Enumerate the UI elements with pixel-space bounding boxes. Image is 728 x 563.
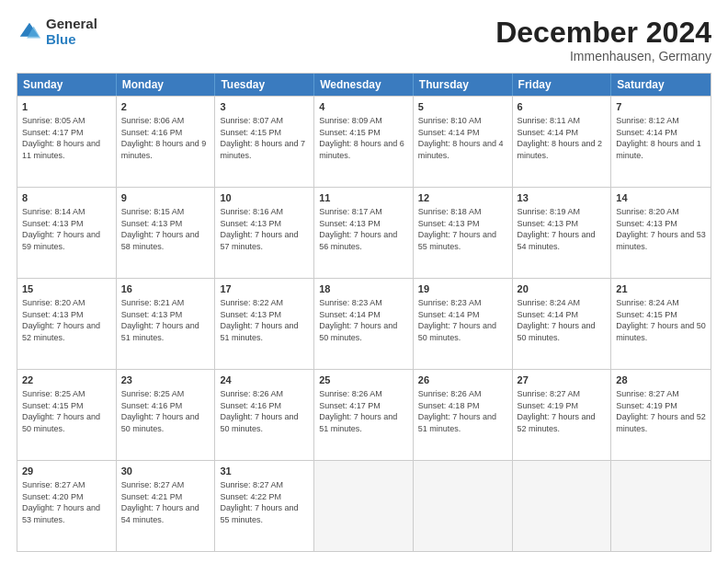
day-info: Sunrise: 8:26 AM Sunset: 4:18 PM Dayligh… bbox=[418, 388, 507, 434]
day-info: Sunrise: 8:25 AM Sunset: 4:15 PM Dayligh… bbox=[22, 388, 111, 434]
day-info: Sunrise: 8:23 AM Sunset: 4:14 PM Dayligh… bbox=[418, 297, 507, 343]
day-info: Sunrise: 8:27 AM Sunset: 4:19 PM Dayligh… bbox=[518, 388, 607, 434]
day-info: Sunrise: 8:05 AM Sunset: 4:17 PM Dayligh… bbox=[22, 115, 111, 161]
day-cell-empty-4-6 bbox=[611, 461, 711, 551]
calendar-body: 1Sunrise: 8:05 AM Sunset: 4:17 PM Daylig… bbox=[17, 96, 711, 551]
day-cell-empty-4-5 bbox=[513, 461, 612, 551]
day-cell-21: 21Sunrise: 8:24 AM Sunset: 4:15 PM Dayli… bbox=[611, 279, 711, 369]
month-title: December 2024 bbox=[495, 17, 711, 49]
logo-icon bbox=[17, 19, 42, 45]
day-number: 17 bbox=[220, 282, 309, 296]
day-info: Sunrise: 8:17 AM Sunset: 4:13 PM Dayligh… bbox=[319, 206, 408, 252]
calendar-header: SundayMondayTuesdayWednesdayThursdayFrid… bbox=[17, 74, 711, 96]
day-number: 13 bbox=[518, 191, 607, 205]
day-info: Sunrise: 8:24 AM Sunset: 4:14 PM Dayligh… bbox=[518, 297, 607, 343]
day-cell-1: 1Sunrise: 8:05 AM Sunset: 4:17 PM Daylig… bbox=[17, 97, 117, 187]
day-cell-2: 2Sunrise: 8:06 AM Sunset: 4:16 PM Daylig… bbox=[117, 97, 216, 187]
day-info: Sunrise: 8:15 AM Sunset: 4:13 PM Dayligh… bbox=[121, 206, 210, 252]
day-cell-3: 3Sunrise: 8:07 AM Sunset: 4:15 PM Daylig… bbox=[215, 97, 314, 187]
day-cell-10: 10Sunrise: 8:16 AM Sunset: 4:13 PM Dayli… bbox=[215, 188, 314, 278]
day-info: Sunrise: 8:06 AM Sunset: 4:16 PM Dayligh… bbox=[121, 115, 210, 161]
day-cell-13: 13Sunrise: 8:19 AM Sunset: 4:13 PM Dayli… bbox=[513, 188, 612, 278]
day-cell-8: 8Sunrise: 8:14 AM Sunset: 4:13 PM Daylig… bbox=[17, 188, 117, 278]
day-cell-26: 26Sunrise: 8:26 AM Sunset: 4:18 PM Dayli… bbox=[414, 370, 513, 460]
day-number: 9 bbox=[121, 191, 210, 205]
day-cell-28: 28Sunrise: 8:27 AM Sunset: 4:19 PM Dayli… bbox=[611, 370, 711, 460]
day-cell-14: 14Sunrise: 8:20 AM Sunset: 4:13 PM Dayli… bbox=[611, 188, 711, 278]
day-cell-empty-4-3 bbox=[314, 461, 414, 551]
day-number: 30 bbox=[121, 465, 210, 478]
day-info: Sunrise: 8:25 AM Sunset: 4:16 PM Dayligh… bbox=[121, 388, 210, 434]
day-number: 28 bbox=[616, 373, 706, 387]
day-info: Sunrise: 8:20 AM Sunset: 4:13 PM Dayligh… bbox=[22, 297, 111, 343]
calendar-row-2: 8Sunrise: 8:14 AM Sunset: 4:13 PM Daylig… bbox=[17, 187, 711, 278]
col-header-saturday: Saturday bbox=[611, 74, 711, 96]
day-number: 29 bbox=[22, 465, 111, 478]
day-cell-6: 6Sunrise: 8:11 AM Sunset: 4:14 PM Daylig… bbox=[513, 97, 612, 187]
logo-blue: Blue bbox=[46, 32, 97, 48]
day-info: Sunrise: 8:27 AM Sunset: 4:22 PM Dayligh… bbox=[220, 479, 309, 525]
day-number: 3 bbox=[220, 100, 309, 114]
day-info: Sunrise: 8:07 AM Sunset: 4:15 PM Dayligh… bbox=[220, 115, 309, 161]
day-number: 6 bbox=[518, 100, 607, 114]
day-cell-22: 22Sunrise: 8:25 AM Sunset: 4:15 PM Dayli… bbox=[17, 370, 117, 460]
day-cell-19: 19Sunrise: 8:23 AM Sunset: 4:14 PM Dayli… bbox=[414, 279, 513, 369]
day-cell-11: 11Sunrise: 8:17 AM Sunset: 4:13 PM Dayli… bbox=[314, 188, 414, 278]
day-number: 12 bbox=[418, 191, 507, 205]
day-cell-30: 30Sunrise: 8:27 AM Sunset: 4:21 PM Dayli… bbox=[117, 461, 216, 551]
day-number: 7 bbox=[616, 100, 706, 114]
day-info: Sunrise: 8:23 AM Sunset: 4:14 PM Dayligh… bbox=[319, 297, 408, 343]
day-info: Sunrise: 8:19 AM Sunset: 4:13 PM Dayligh… bbox=[518, 206, 607, 252]
day-info: Sunrise: 8:26 AM Sunset: 4:16 PM Dayligh… bbox=[220, 388, 309, 434]
day-cell-24: 24Sunrise: 8:26 AM Sunset: 4:16 PM Dayli… bbox=[215, 370, 314, 460]
day-cell-29: 29Sunrise: 8:27 AM Sunset: 4:20 PM Dayli… bbox=[17, 461, 117, 551]
col-header-monday: Monday bbox=[117, 74, 216, 96]
day-number: 11 bbox=[319, 191, 408, 205]
day-info: Sunrise: 8:22 AM Sunset: 4:13 PM Dayligh… bbox=[220, 297, 309, 343]
day-cell-15: 15Sunrise: 8:20 AM Sunset: 4:13 PM Dayli… bbox=[17, 279, 117, 369]
day-info: Sunrise: 8:21 AM Sunset: 4:13 PM Dayligh… bbox=[121, 297, 210, 343]
calendar-row-3: 15Sunrise: 8:20 AM Sunset: 4:13 PM Dayli… bbox=[17, 278, 711, 369]
day-cell-16: 16Sunrise: 8:21 AM Sunset: 4:13 PM Dayli… bbox=[117, 279, 216, 369]
day-cell-23: 23Sunrise: 8:25 AM Sunset: 4:16 PM Dayli… bbox=[117, 370, 216, 460]
day-cell-9: 9Sunrise: 8:15 AM Sunset: 4:13 PM Daylig… bbox=[117, 188, 216, 278]
col-header-wednesday: Wednesday bbox=[314, 74, 414, 96]
day-info: Sunrise: 8:18 AM Sunset: 4:13 PM Dayligh… bbox=[418, 206, 507, 252]
day-number: 2 bbox=[121, 100, 210, 114]
col-header-sunday: Sunday bbox=[17, 74, 117, 96]
calendar-row-1: 1Sunrise: 8:05 AM Sunset: 4:17 PM Daylig… bbox=[17, 96, 711, 187]
calendar-row-5: 29Sunrise: 8:27 AM Sunset: 4:20 PM Dayli… bbox=[17, 460, 711, 551]
day-number: 31 bbox=[220, 465, 309, 478]
day-number: 24 bbox=[220, 373, 309, 387]
day-info: Sunrise: 8:27 AM Sunset: 4:19 PM Dayligh… bbox=[616, 388, 706, 434]
day-info: Sunrise: 8:20 AM Sunset: 4:13 PM Dayligh… bbox=[616, 206, 706, 252]
day-number: 25 bbox=[319, 373, 408, 387]
day-info: Sunrise: 8:26 AM Sunset: 4:17 PM Dayligh… bbox=[319, 388, 408, 434]
day-cell-4: 4Sunrise: 8:09 AM Sunset: 4:15 PM Daylig… bbox=[314, 97, 414, 187]
day-cell-18: 18Sunrise: 8:23 AM Sunset: 4:14 PM Dayli… bbox=[314, 279, 414, 369]
day-number: 8 bbox=[22, 191, 111, 205]
day-number: 26 bbox=[418, 373, 507, 387]
day-info: Sunrise: 8:27 AM Sunset: 4:20 PM Dayligh… bbox=[22, 479, 111, 525]
day-cell-25: 25Sunrise: 8:26 AM Sunset: 4:17 PM Dayli… bbox=[314, 370, 414, 460]
day-cell-12: 12Sunrise: 8:18 AM Sunset: 4:13 PM Dayli… bbox=[414, 188, 513, 278]
col-header-friday: Friday bbox=[513, 74, 612, 96]
day-info: Sunrise: 8:16 AM Sunset: 4:13 PM Dayligh… bbox=[220, 206, 309, 252]
day-info: Sunrise: 8:11 AM Sunset: 4:14 PM Dayligh… bbox=[518, 115, 607, 161]
day-cell-7: 7Sunrise: 8:12 AM Sunset: 4:14 PM Daylig… bbox=[611, 97, 711, 187]
day-info: Sunrise: 8:12 AM Sunset: 4:14 PM Dayligh… bbox=[616, 115, 706, 161]
day-number: 18 bbox=[319, 282, 408, 296]
day-number: 5 bbox=[418, 100, 507, 114]
day-number: 27 bbox=[518, 373, 607, 387]
page: General Blue December 2024 Immenhausen, … bbox=[0, 0, 728, 563]
logo-text: General Blue bbox=[46, 17, 97, 47]
day-cell-31: 31Sunrise: 8:27 AM Sunset: 4:22 PM Dayli… bbox=[215, 461, 314, 551]
day-cell-17: 17Sunrise: 8:22 AM Sunset: 4:13 PM Dayli… bbox=[215, 279, 314, 369]
logo: General Blue bbox=[17, 17, 97, 47]
day-number: 22 bbox=[22, 373, 111, 387]
day-info: Sunrise: 8:14 AM Sunset: 4:13 PM Dayligh… bbox=[22, 206, 111, 252]
day-number: 19 bbox=[418, 282, 507, 296]
day-number: 15 bbox=[22, 282, 111, 296]
day-number: 23 bbox=[121, 373, 210, 387]
day-number: 1 bbox=[22, 100, 111, 114]
